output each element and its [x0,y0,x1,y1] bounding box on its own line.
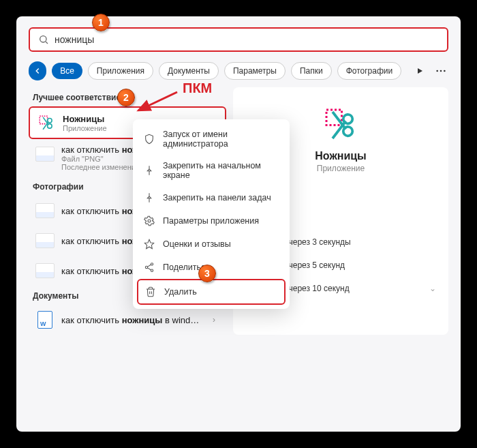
svg-point-5 [444,70,446,72]
image-thumb-icon [35,145,55,164]
image-thumb-icon [35,201,55,220]
ctx-pin-start[interactable]: Закрепить на начальном экране [137,155,286,186]
search-row: ножницы [16,23,461,59]
gear-icon [144,215,155,226]
list-item[interactable]: как отключить ножницы в windows 11 › [29,305,226,335]
filter-apps[interactable]: Приложения [88,62,153,80]
back-button[interactable] [29,61,46,80]
more-button[interactable] [433,63,448,79]
play-icon [416,67,424,75]
chevron-down-icon: ⌄ [429,284,436,293]
svg-marker-2 [418,68,422,74]
svg-point-16 [148,220,151,222]
play-button[interactable] [412,63,427,79]
svg-line-22 [147,268,151,270]
filter-folders[interactable]: Папки [291,62,332,80]
snipping-tool-icon [37,113,56,132]
annotation-marker-2: 2 [117,89,135,106]
app-large-icon [324,108,357,140]
pin-icon [144,192,155,203]
star-icon [144,239,155,250]
svg-marker-17 [144,239,153,248]
image-thumb-icon [35,261,55,280]
search-query-text: ножницы [55,34,94,45]
svg-line-1 [46,42,48,44]
search-icon [38,34,49,45]
detail-title: Ножницы [315,150,366,162]
image-thumb-icon [35,231,55,250]
search-input[interactable]: ножницы [29,27,448,52]
chevron-right-icon: › [209,315,219,325]
list-item-title: как отключить ножницы в windows 11 [61,315,202,325]
svg-point-0 [40,36,46,42]
ctx-reviews[interactable]: Оценки и отзывы [137,233,286,256]
ctx-pin-taskbar[interactable]: Закрепить на панели задач [137,186,286,209]
ctx-delete[interactable]: Удалить [137,279,286,305]
annotation-marker-3: 3 [198,265,216,282]
svg-line-21 [147,265,151,267]
word-doc-icon [35,310,55,329]
trash-icon [145,286,156,297]
ctx-app-settings[interactable]: Параметры приложения [137,209,286,233]
filter-row: Все Приложения Документы Параметры Папки… [16,59,461,87]
filter-docs[interactable]: Документы [159,62,219,80]
annotation-label-pkm: ПКМ [183,80,212,96]
svg-point-3 [436,70,438,72]
filter-photos[interactable]: Фотографии [337,62,402,80]
share-icon [144,262,155,273]
annotation-arrow [133,89,181,116]
svg-point-4 [440,70,442,72]
filter-all[interactable]: Все [52,63,82,79]
ctx-run-as-admin[interactable]: Запуск от имени администратора [137,123,286,155]
filter-settings[interactable]: Параметры [224,62,286,80]
shield-icon [144,134,155,145]
annotation-marker-1: 1 [92,14,110,31]
detail-subtitle: Приложение [317,164,365,173]
more-icon [435,70,446,72]
svg-line-24 [138,92,177,110]
pin-icon [144,165,155,176]
arrow-left-icon [33,66,42,76]
